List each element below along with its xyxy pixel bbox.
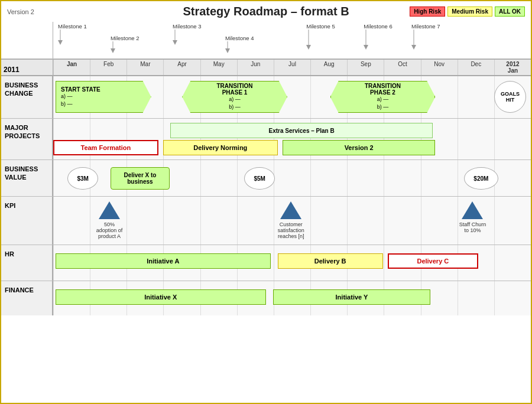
header: Version 2 Strategy Roadmap – format B Hi… (1, 1, 531, 22)
month-mar: Mar (126, 60, 163, 75)
month-jan: Jan (53, 60, 90, 75)
legend-medium-risk: Medium Risk (447, 6, 492, 17)
milestones-spacer (1, 22, 53, 58)
major-projects-label: MAJORPROJECTS (1, 119, 53, 159)
initiative-y-bar: Initiative Y (273, 289, 431, 305)
year-left: 2011 (1, 60, 53, 75)
hr-row: HR Initiative A Delivery B Delivery C (1, 245, 531, 281)
kpi-item-1: 50%adoption ofproduct A (96, 201, 123, 239)
svg-marker-3 (111, 48, 115, 53)
main-container: Version 2 Strategy Roadmap – format B Hi… (1, 1, 531, 315)
major-projects-content: Extra Services – Plan B Team Formation D… (53, 119, 531, 159)
business-value-row: BUSINESSVALUE $3M Deliver X tobusiness $… (1, 160, 531, 197)
months-row: 2011 Jan Feb Mar Apr May Jun Jul Aug Sep… (1, 59, 531, 76)
business-change-content: START STATEa) —b) — TRANSITIONPHASE 1a) … (53, 76, 531, 118)
milestones-section: Milestone 1 Milestone 2 Milestone 3 Mile… (1, 22, 531, 59)
kpi-row: KPI 50%adoption ofproduct A Customersati… (1, 197, 531, 245)
delivery-c-bar: Delivery C (388, 253, 479, 269)
month-jan2: 2012Jan (494, 60, 531, 75)
value-3m: $3M (67, 167, 98, 190)
milestone-3: Milestone 3 (173, 23, 202, 47)
goals-hit-ellipse: GOALSHIT (494, 81, 526, 113)
milestone-6: Milestone 6 (364, 23, 392, 47)
finance-content: Initiative X Initiative Y (53, 281, 531, 315)
business-change-row: BUSINESSCHANGE START STATEa) —b) — TRANS… (1, 76, 531, 119)
svg-marker-13 (411, 45, 416, 50)
value-deliver-x: Deliver X tobusiness (111, 167, 170, 190)
business-change-label: BUSINESSCHANGE (1, 76, 53, 118)
kpi-triangle-3 (462, 201, 483, 219)
version-label: Version 2 (7, 8, 34, 15)
month-aug: Aug (310, 60, 347, 75)
milestone-1: Milestone 1 (58, 23, 87, 47)
major-projects-row: MAJORPROJECTS Extra Services – Plan B Te… (1, 119, 531, 160)
start-state-shape: START STATEa) —b) — (56, 81, 151, 113)
delivery-norming-bar: Delivery Norming (163, 140, 278, 155)
team-formation-bar: Team Formation (53, 140, 158, 155)
milestone-5: Milestone 5 (306, 23, 335, 47)
legend-all-ok: ALL OK (495, 6, 525, 17)
month-sep: Sep (347, 60, 384, 75)
svg-marker-7 (225, 48, 230, 53)
finance-label: FINANCE (1, 281, 53, 315)
kpi-triangle-2 (280, 201, 301, 219)
value-5m: $5M (244, 167, 275, 190)
month-jun: Jun (237, 60, 274, 75)
svg-marker-11 (364, 45, 368, 50)
kpi-label: KPI (1, 197, 53, 245)
month-jul: Jul (274, 60, 310, 75)
extra-services-bar: Extra Services – Plan B (170, 123, 433, 138)
month-oct: Oct (384, 60, 420, 75)
milestone-7: Milestone 7 (411, 23, 440, 47)
legend: High Risk Medium Risk ALL OK (410, 6, 525, 17)
kpi-content: 50%adoption ofproduct A Customersatisfac… (53, 197, 531, 245)
svg-marker-1 (58, 40, 63, 45)
month-nov: Nov (421, 60, 458, 75)
month-may: May (200, 60, 237, 75)
version2-bar: Version 2 (283, 140, 436, 155)
month-feb: Feb (90, 60, 126, 75)
hr-content: Initiative A Delivery B Delivery C (53, 245, 531, 281)
initiative-a-bar: Initiative A (56, 253, 271, 269)
month-dec: Dec (458, 60, 494, 75)
transition-phase2-shape: TRANSITIONPHASE 2a) —b) — (330, 81, 436, 113)
finance-row: FINANCE Initiative X Initiative Y (1, 281, 531, 315)
milestones-area: Milestone 1 Milestone 2 Milestone 3 Mile… (53, 22, 531, 58)
legend-high-risk: High Risk (410, 6, 445, 17)
kpi-item-3: Staff Churnto 10% (459, 201, 486, 233)
transition-phase1-shape: TRANSITIONPHASE 1a) —b) — (182, 81, 287, 113)
business-value-label: BUSINESSVALUE (1, 160, 53, 196)
svg-marker-9 (306, 45, 311, 50)
month-apr: Apr (163, 60, 200, 75)
value-20m: $20M (464, 167, 498, 190)
svg-marker-5 (173, 40, 177, 45)
milestone-2: Milestone 2 (111, 35, 140, 59)
kpi-item-2: Customersatisfactionreaches [n] (278, 201, 304, 239)
kpi-triangle-1 (99, 201, 120, 219)
milestone-4: Milestone 4 (225, 35, 254, 48)
page-title: Strategy Roadmap – format B (183, 5, 349, 18)
initiative-x-bar: Initiative X (56, 289, 266, 305)
hr-label: HR (1, 245, 53, 281)
delivery-b-bar: Delivery B (278, 253, 383, 269)
business-value-content: $3M Deliver X tobusiness $5M $20M (53, 160, 531, 196)
